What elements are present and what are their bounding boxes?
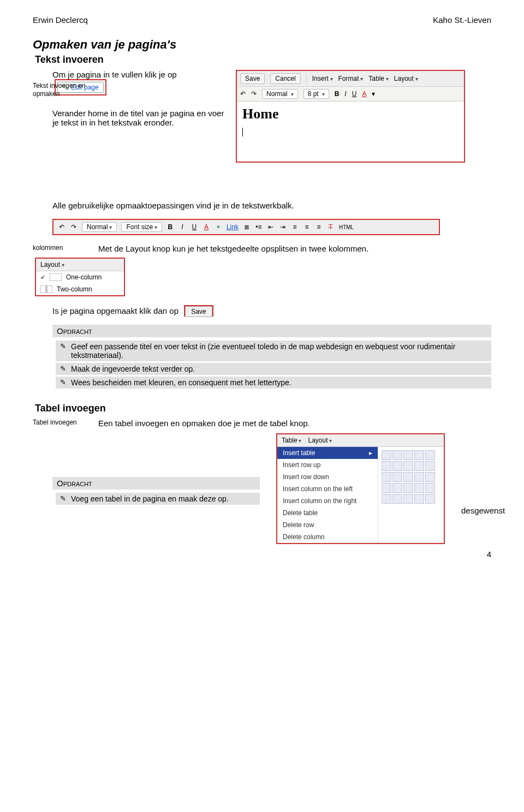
layout-menu-button[interactable]: Layout	[308, 437, 332, 444]
text-color-icon[interactable]: A	[362, 91, 366, 97]
redo-icon[interactable]: ↷	[251, 91, 257, 97]
menu-item[interactable]: Insert column on the right	[277, 495, 378, 507]
italic-icon[interactable]: I	[344, 91, 346, 97]
highlight-icon[interactable]: ✦	[215, 223, 222, 231]
insert-table-label: Insert table	[283, 449, 315, 457]
menu-item[interactable]: Insert row up	[277, 459, 378, 471]
menu-item[interactable]: Delete table	[277, 507, 378, 519]
trailing-word: desgewenst	[461, 506, 505, 515]
one-column-icon	[50, 273, 62, 281]
align-left-icon[interactable]: ≡	[291, 223, 299, 231]
assignment-list: Geef een passende titel en voer tekst in…	[56, 341, 491, 389]
list-item: Voeg een tabel in de pagina en maak deze…	[56, 493, 260, 505]
save-button-highlight: Save	[184, 305, 213, 317]
cancel-button[interactable]: Cancel	[270, 73, 300, 84]
list-item: Wees bescheiden met kleuren, en conseque…	[56, 377, 491, 389]
body-text: Verander home in de titel van je pagina …	[52, 109, 227, 127]
list-item: Geef een passende titel en voer tekst in…	[56, 341, 491, 361]
subsection-heading: Tekst invoeren	[35, 54, 491, 65]
two-column-label: Two-column	[57, 285, 92, 293]
underline-icon[interactable]: U	[352, 91, 357, 97]
table-menu[interactable]: Table	[368, 75, 388, 82]
two-column-icon	[40, 285, 52, 293]
bulleted-list-icon[interactable]: •≡	[255, 223, 263, 231]
save-button[interactable]: Save	[240, 73, 265, 84]
list-item: Maak de ingevoerde tekst verder op.	[56, 363, 491, 375]
section-heading: Opmaken van je pagina's	[33, 38, 491, 52]
format-menu[interactable]: Format	[338, 75, 364, 82]
numbered-list-icon[interactable]: ≣	[243, 223, 251, 231]
body-text: Een tabel invoegen en opmaken doe je met…	[98, 419, 491, 428]
indent-icon[interactable]: ⇥	[279, 223, 287, 231]
svg-rect-1	[40, 285, 46, 293]
table-menu-button[interactable]: Table	[282, 437, 301, 444]
body-text: Met de Layout knop kun je het tekstgedee…	[98, 244, 491, 253]
layout-button[interactable]: Layout	[36, 259, 124, 271]
undo-icon[interactable]: ↶	[240, 91, 246, 97]
fontsize-dropdown[interactable]: Font size	[121, 222, 162, 232]
svg-rect-2	[47, 285, 52, 293]
svg-rect-0	[50, 273, 62, 281]
italic-icon[interactable]: I	[178, 223, 186, 231]
layout-dropdown: Layout One-column Two-column	[35, 258, 125, 296]
link-button[interactable]: Link	[227, 223, 239, 231]
institution-name: Kaho St.-Lieven	[433, 15, 491, 25]
fontsize-dropdown[interactable]: 8 pt	[303, 89, 329, 99]
subsection-heading: Tabel invoegen	[35, 403, 491, 414]
margin-note-tabel: Tabel invoegen	[33, 419, 77, 427]
body-text: Om je pagina in te vullen klik je op	[52, 70, 177, 79]
chevron-right-icon: ▸	[369, 449, 372, 457]
text-color-icon[interactable]: A	[203, 223, 210, 231]
one-column-label: One-column	[66, 273, 102, 281]
two-column-option[interactable]: Two-column	[36, 283, 124, 295]
insert-table-item[interactable]: Insert table ▸	[277, 447, 378, 459]
undo-icon[interactable]: ↶	[58, 223, 66, 231]
table-menu-dropdown: Table Layout Insert table ▸ Insert row u…	[276, 433, 445, 544]
margin-note-tekst-invoegen: Tekst invoegen en opmaken	[33, 82, 86, 98]
layout-menu[interactable]: Layout	[394, 75, 418, 82]
page-title-input[interactable]: Home	[242, 106, 458, 122]
insert-menu[interactable]: Insert	[312, 75, 333, 82]
menu-item[interactable]: Delete column	[277, 531, 378, 543]
style-dropdown[interactable]: Normal	[82, 222, 117, 232]
outdent-icon[interactable]: ⇤	[267, 223, 275, 231]
style-dropdown[interactable]: Normal	[262, 89, 298, 99]
assignment-label: Opdracht	[52, 477, 260, 489]
bold-icon[interactable]: B	[166, 223, 174, 231]
body-text: Is je pagina opgemaakt klik dan op	[52, 306, 178, 315]
one-column-option[interactable]: One-column	[36, 271, 124, 283]
align-center-icon[interactable]: ≡	[303, 223, 311, 231]
bold-icon[interactable]: B	[335, 91, 340, 97]
body-text: Alle gebruikelijke opmaaktoepassingen vi…	[52, 201, 491, 210]
save-button[interactable]: Save	[185, 306, 212, 317]
redo-icon[interactable]: ↷	[70, 223, 78, 231]
chevron-down-icon[interactable]: ▾	[372, 91, 375, 97]
align-right-icon[interactable]: ≡	[315, 223, 323, 231]
page-number: 4	[33, 550, 491, 559]
menu-item[interactable]: Insert row down	[277, 471, 378, 483]
full-toolbar: ↶ ↷ Normal Font size B I U A ✦ Link ≣ •≡…	[52, 219, 440, 235]
underline-icon[interactable]: U	[190, 223, 198, 231]
text-caret	[242, 128, 243, 136]
editor-preview: Save Cancel Insert Format Table Layout ↶…	[236, 70, 465, 163]
html-button[interactable]: HTML	[339, 224, 354, 230]
menu-item[interactable]: Delete row	[277, 519, 378, 531]
assignment-list: Voeg een tabel in de pagina en maak deze…	[56, 493, 260, 505]
assignment-label: Opdracht	[52, 325, 491, 337]
menu-item[interactable]: Insert column on the left	[277, 483, 378, 495]
clear-format-icon[interactable]: T̶	[327, 223, 335, 231]
author-name: Erwin Declercq	[33, 15, 88, 25]
table-size-grid[interactable]	[378, 447, 444, 507]
margin-note-kolommen: kolommen	[33, 244, 63, 252]
